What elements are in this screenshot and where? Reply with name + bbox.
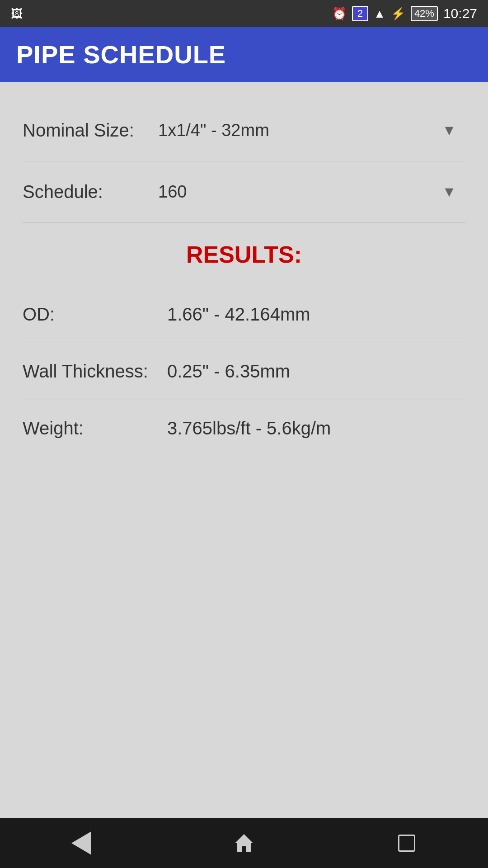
- weight-value: 3.765lbs/ft - 5.6kg/m: [167, 418, 331, 439]
- back-button[interactable]: [59, 825, 104, 861]
- main-content: Nominal Size: 1x1/4" - 32mm ▼ Schedule: …: [0, 82, 488, 818]
- nominal-size-label: Nominal Size:: [23, 120, 149, 141]
- wall-thickness-value: 0.25" - 6.35mm: [167, 361, 290, 382]
- back-icon: [71, 831, 91, 855]
- status-bar: 🖼 ⏰ 2 ▲ ⚡ 42% 10:27: [0, 0, 488, 27]
- status-bar-right: ⏰ 2 ▲ ⚡ 42% 10:27: [332, 6, 477, 21]
- wall-thickness-label: Wall Thickness:: [23, 361, 167, 382]
- status-bar-left: 🖼: [11, 7, 23, 21]
- signal-icon: ▲: [374, 7, 385, 21]
- schedule-dropdown[interactable]: 160 ▼: [149, 178, 465, 206]
- divider-2: [23, 222, 465, 223]
- recent-apps-button[interactable]: [384, 825, 429, 861]
- results-title: RESULTS:: [23, 241, 465, 268]
- app-title: PIPE SCHEDULE: [16, 40, 226, 69]
- notification-badge: 2: [352, 6, 368, 21]
- od-value: 1.66" - 42.164mm: [167, 304, 310, 325]
- results-section: RESULTS: OD: 1.66" - 42.164mm Wall Thick…: [23, 241, 465, 457]
- schedule-value: 160: [158, 182, 187, 202]
- home-icon: [233, 832, 255, 854]
- recent-apps-icon: [398, 835, 415, 852]
- wall-thickness-row: Wall Thickness: 0.25" - 6.35mm: [23, 343, 465, 400]
- od-label: OD:: [23, 304, 167, 325]
- battery-indicator: 42%: [411, 6, 438, 21]
- weight-row: Weight: 3.765lbs/ft - 5.6kg/m: [23, 400, 465, 457]
- nominal-size-chevron-down-icon: ▼: [442, 122, 456, 139]
- schedule-chevron-down-icon: ▼: [442, 184, 456, 200]
- home-button[interactable]: [221, 825, 267, 861]
- bottom-nav: [0, 818, 488, 868]
- nominal-size-value: 1x1/4" - 32mm: [158, 121, 269, 140]
- od-row: OD: 1.66" - 42.164mm: [23, 286, 465, 343]
- charging-icon: ⚡: [391, 7, 405, 21]
- photo-icon: 🖼: [11, 7, 23, 21]
- nominal-size-dropdown[interactable]: 1x1/4" - 32mm ▼: [149, 116, 465, 145]
- schedule-label: Schedule:: [23, 182, 149, 202]
- alarm-icon: ⏰: [332, 7, 347, 21]
- weight-label: Weight:: [23, 418, 167, 439]
- svg-marker-0: [235, 834, 253, 852]
- status-time: 10:27: [443, 6, 477, 21]
- schedule-row: Schedule: 160 ▼: [23, 161, 465, 222]
- app-header: PIPE SCHEDULE: [0, 27, 488, 82]
- nominal-size-row: Nominal Size: 1x1/4" - 32mm ▼: [23, 100, 465, 161]
